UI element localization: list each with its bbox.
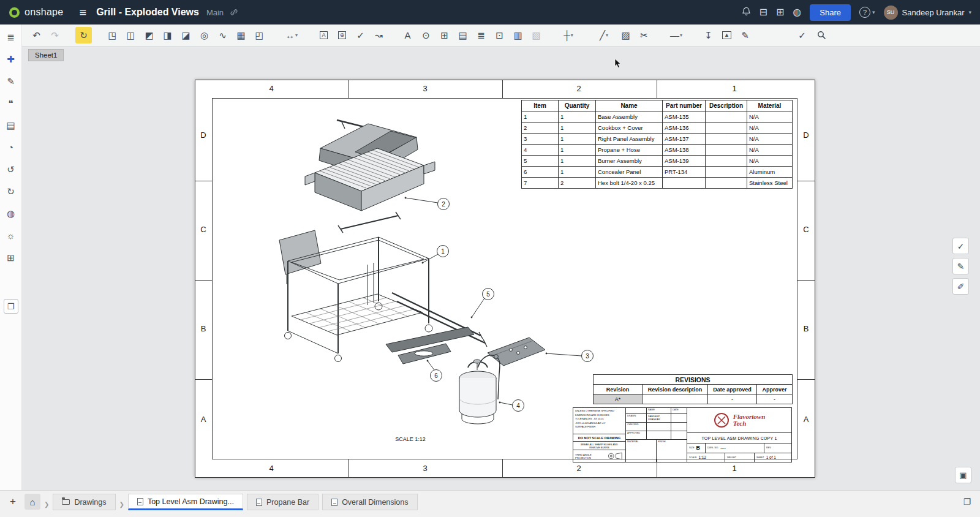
gdt-frame-button[interactable]: ⊕ — [334, 27, 350, 43]
learning-bulb-icon[interactable]: ☼ — [4, 228, 18, 243]
add-tab-button[interactable]: + — [5, 494, 21, 510]
sheet-check-button[interactable]: ✓ — [794, 27, 810, 43]
bom-cell-item: 7 — [522, 178, 559, 189]
table-button[interactable]: ⊞ — [436, 27, 453, 43]
balloon-callout-5[interactable]: 5 — [471, 289, 494, 319]
notifications-bell-icon[interactable] — [742, 7, 751, 18]
weld-symbol-button[interactable]: ↝ — [371, 27, 387, 43]
balloon-callout-3[interactable]: 3 — [546, 350, 594, 362]
bom-row[interactable]: 3 1 Right Panel Assembly ASM-137 N/A — [522, 134, 793, 145]
tab-manager-button[interactable]: ❐ — [959, 494, 975, 510]
drawing-canvas[interactable]: Sheet1 — [22, 47, 980, 490]
crop-view-button[interactable]: ◰ — [251, 27, 268, 43]
propane-tank-part[interactable] — [459, 355, 500, 424]
tab-overall-dimensions[interactable]: Overall Dimensions — [322, 494, 417, 510]
line-button[interactable]: ╱▾ — [592, 27, 616, 43]
sheet-tab[interactable]: Sheet1 — [28, 49, 64, 61]
selection-check-button[interactable]: ✓ — [952, 238, 969, 254]
grill-exploded-view[interactable] — [279, 120, 545, 424]
detail-view-button[interactable]: ◎ — [196, 27, 213, 43]
bom-table-button[interactable]: ≣ — [473, 27, 489, 43]
dimension-button[interactable]: ↔▾ — [280, 27, 303, 43]
auxiliary-view-button[interactable]: ◩ — [141, 27, 157, 43]
bom-row[interactable]: 1 1 Base Assembly ASM-135 N/A — [522, 111, 793, 123]
weld-table-button[interactable]: ▧ — [528, 27, 545, 43]
place-view-button[interactable]: ◳ — [104, 27, 121, 43]
tab-drawings-folder[interactable]: Drawings — [53, 494, 115, 510]
revisions-row[interactable]: A* - - — [594, 394, 793, 404]
note-button[interactable]: A — [315, 27, 332, 43]
help-menu-button[interactable]: ? ▾ — [859, 7, 875, 18]
bom-table[interactable]: Item Quantity Name Part number Descripti… — [521, 100, 793, 189]
balloon-callout-2[interactable]: 2 — [405, 197, 450, 210]
bom-row[interactable]: 5 1 Burner Assembly ASM-139 N/A — [522, 156, 793, 167]
break-view-button[interactable]: ∿ — [214, 27, 231, 43]
insert-icon[interactable]: ✚ — [4, 51, 18, 66]
user-menu[interactable]: SU Sandeep Urankar ▾ — [884, 6, 971, 20]
title-block[interactable]: UNLESS OTHERWISE SPECIFIED: DIMENSIONS A… — [573, 407, 792, 462]
apps-grid-icon[interactable]: ⊞ — [776, 7, 784, 17]
help-icon: ? — [859, 7, 870, 18]
sheet-button[interactable]: ▤ — [454, 27, 471, 43]
branch-name[interactable]: Main — [206, 8, 224, 17]
sync-icon[interactable]: ↻ — [4, 184, 18, 198]
surface-finish-button[interactable]: ✓ — [352, 27, 369, 43]
bom-cell-description — [706, 156, 747, 167]
date-column-label: DATE — [671, 408, 687, 413]
tab-top-level-asm-drawing[interactable]: Top Level Asm Drawing... — [128, 494, 243, 510]
heat-plate-part[interactable] — [488, 338, 545, 366]
callout-button[interactable]: ⊙ — [418, 27, 434, 43]
broken-out-section-button[interactable]: ▦ — [233, 27, 249, 43]
balloon-callout-4[interactable]: 4 — [499, 400, 524, 412]
bom-row[interactable]: 7 2 Hex bolt 1/4-20 x 0.25 Stainless Ste… — [522, 178, 793, 189]
trim-button[interactable]: ✂ — [636, 27, 652, 43]
revision-table-button[interactable]: ▥ — [510, 27, 526, 43]
community-sphere-icon[interactable]: ◍ — [793, 7, 801, 17]
feature-tree-icon[interactable]: ≣ — [4, 29, 18, 44]
properties-icon[interactable]: ⊞ — [4, 250, 18, 265]
bom-row[interactable]: 2 1 Cookbox + Cover ASM-136 N/A — [522, 123, 793, 134]
history-icon[interactable]: ↺ — [4, 162, 18, 176]
bom-row[interactable]: 6 1 Concealer Panel PRT-134 Aluminum — [522, 167, 793, 178]
branch-link-icon[interactable] — [230, 8, 238, 17]
share-button[interactable]: Share — [810, 4, 851, 21]
revisions-table[interactable]: REVISIONS Revision Revision description … — [593, 374, 793, 404]
hatch-button[interactable]: ▨ — [617, 27, 634, 43]
bom-cell-item: 3 — [522, 134, 559, 145]
balloon-callout-6[interactable]: 6 — [427, 360, 442, 382]
insert-image-button[interactable]: ▲ — [718, 27, 735, 43]
aligned-section-button[interactable]: ◪ — [178, 27, 194, 43]
inspect-button[interactable] — [813, 27, 830, 43]
projected-view-button[interactable]: ◫ — [123, 27, 139, 43]
markup-pen-button[interactable]: ✎ — [952, 258, 969, 274]
balloon-callout-1[interactable]: 1 — [422, 246, 449, 264]
undo-button[interactable]: ↶ — [28, 27, 45, 43]
export-button[interactable]: ↧ — [700, 27, 717, 43]
text-button[interactable]: A — [399, 27, 416, 43]
edit-sketch-button[interactable]: ✎ — [737, 27, 753, 43]
scale-note[interactable]: SCALE 1:12 — [380, 436, 441, 442]
centerline-button[interactable]: ┼▾ — [557, 27, 580, 43]
follow-pen-icon[interactable]: ✎ — [4, 74, 18, 88]
measure-button[interactable]: ✐ — [952, 278, 969, 295]
home-button[interactable]: ⌂ — [24, 494, 40, 510]
line-style-button[interactable]: —▾ — [665, 27, 688, 43]
sheets-panel-button[interactable]: ❐ — [4, 299, 18, 314]
side-shelf-part[interactable] — [279, 230, 321, 284]
hole-table-button[interactable]: ⊡ — [491, 27, 508, 43]
document-title[interactable]: Grill - Exploded Views — [96, 7, 199, 18]
update-views-button[interactable]: ↻ — [75, 27, 92, 43]
comments-icon[interactable]: ❝ — [4, 96, 18, 110]
hamburger-menu-icon[interactable]: ≡ — [72, 6, 94, 20]
versions-icon[interactable]: ◔ — [4, 140, 18, 154]
shortcuts-grid-icon[interactable]: ⊟ — [760, 7, 767, 17]
search-globe-icon[interactable]: ◍ — [4, 206, 18, 221]
section-view-button[interactable]: ◨ — [159, 27, 176, 43]
notes-icon[interactable]: ▤ — [4, 118, 18, 132]
print-button[interactable]: ▣ — [955, 467, 971, 483]
redo-button[interactable]: ↷ — [47, 27, 63, 43]
drawing-sheet[interactable]: 1 2 3 4 — [195, 80, 815, 478]
onshape-logo[interactable]: onshape — [0, 7, 72, 18]
bom-row[interactable]: 4 1 Propane + Hose ASM-138 N/A — [522, 145, 793, 156]
tab-propane-bar[interactable]: Propane Bar — [247, 494, 318, 510]
